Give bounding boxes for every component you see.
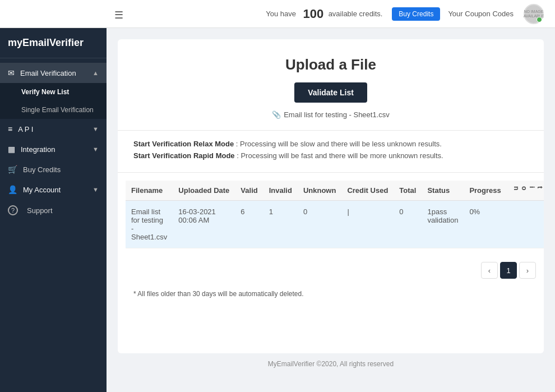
col-uploaded-date: Uploaded Date: [173, 181, 235, 201]
sidebar-item-api[interactable]: ≡ A P I ▼: [0, 119, 107, 139]
avatar-text: NO IMAGE AVAILABLE: [524, 10, 544, 18]
sidebar-item-support-label: Support: [27, 206, 53, 215]
sidebar-item-my-account[interactable]: 👤 My Account ▼: [0, 179, 107, 200]
chevron-down-icon-api: ▼: [92, 126, 99, 132]
sidebar-item-buy-credits[interactable]: 🛒 Buy Credits: [0, 159, 107, 179]
email-icon: ✉: [8, 68, 15, 77]
buy-credits-header-button[interactable]: Buy Credits: [392, 7, 440, 21]
integration-icon: ▦: [8, 145, 15, 154]
header: You have 100 available credits. Buy Cred…: [0, 0, 555, 28]
sidebar-sub-email-verification: Verify New List Single Email Verificatio…: [0, 83, 107, 119]
sidebar-item-api-label: A P I: [18, 125, 33, 133]
mode-info: Start Verification Relax Mode : Processi…: [118, 131, 544, 173]
cell-uploaded-date: 16-03-2021 00:06 AM: [173, 201, 235, 248]
verification-table: Filename Uploaded Date Valid Invalid Unk…: [126, 181, 544, 248]
cell-total: 0: [394, 201, 422, 248]
cell-progress: 0%: [464, 201, 506, 248]
current-page-button[interactable]: 1: [500, 262, 517, 279]
page-footer: MyEmailVerifier ©2020, All rights reserv…: [118, 353, 544, 375]
pagination: ‹ 1 ›: [118, 256, 544, 284]
chevron-down-icon-integration: ▼: [92, 146, 99, 153]
file-info: 📎 Email list for testing - Sheet1.csv: [129, 110, 533, 119]
credits-count: 100: [303, 7, 323, 21]
content-card: Upload a File Validate List 📎 Email list…: [118, 39, 544, 353]
cell-credit-used: |: [341, 201, 394, 248]
cell-invalid: 1: [263, 201, 298, 248]
sidebar-item-my-account-label: My Account: [23, 186, 61, 194]
sidebar: myEmailVerifier ✉ Email Verification ▲ V…: [0, 28, 107, 392]
sidebar-item-verify-new-list[interactable]: Verify New List: [0, 83, 107, 101]
sidebar-item-buy-credits-label: Buy Credits: [23, 165, 61, 174]
relax-mode-description: : Processing will be slow and there will…: [236, 140, 442, 148]
copyright-text: MyEmailVerifier ©2020, All rights reserv…: [268, 360, 394, 368]
col-action: Action: [507, 181, 544, 201]
chevron-down-icon: ▲: [92, 70, 99, 76]
relax-mode-label: Start Verification Relax Mode: [133, 140, 234, 148]
col-filename: Filename: [126, 181, 173, 201]
col-total: Total: [394, 181, 422, 201]
sidebar-item-support[interactable]: ? Support: [0, 200, 107, 221]
cell-valid: 6: [235, 201, 263, 248]
col-credit-used: Credit Used: [341, 181, 394, 201]
sidebar-item-integration-label: Integration: [21, 145, 55, 154]
cell-filename: Email list for testing - Sheet1.csv: [126, 201, 173, 248]
prev-page-button[interactable]: ‹: [481, 262, 498, 279]
api-icon: ≡: [8, 124, 12, 133]
attachment-icon: 📎: [272, 110, 281, 119]
sidebar-item-single-email-verification[interactable]: Single Email Verification: [0, 101, 107, 119]
file-name: Email list for testing - Sheet1.csv: [284, 110, 390, 119]
main-content: Upload a File Validate List 📎 Email list…: [107, 28, 555, 392]
rapid-mode-line: Start Verification Rapid Mode : Processi…: [133, 151, 528, 160]
upload-area: Upload a File Validate List 📎 Email list…: [118, 39, 544, 131]
validate-list-button[interactable]: Validate List: [294, 82, 367, 103]
table-section: Filename Uploaded Date Valid Invalid Unk…: [118, 173, 544, 256]
chevron-down-icon-account: ▼: [92, 186, 99, 193]
logo: myEmailVerifier: [8, 37, 99, 49]
table-row: Email list for testing - Sheet1.csv 16-0…: [126, 201, 544, 248]
cell-unknown: 0: [298, 201, 342, 248]
page-title: Upload a File: [129, 56, 533, 73]
credits-prefix: You have: [266, 10, 296, 18]
single-email-verification-label: Single Email Verification: [21, 106, 94, 114]
col-invalid: Invalid: [263, 181, 298, 201]
col-valid: Valid: [235, 181, 263, 201]
hamburger-icon: ☰: [114, 10, 123, 21]
cursor-icon: |: [347, 207, 349, 216]
table-scroll-container: Filename Uploaded Date Valid Invalid Unk…: [118, 173, 544, 256]
col-progress: Progress: [464, 181, 506, 201]
sidebar-item-integration[interactable]: ▦ Integration ▼: [0, 139, 107, 159]
cart-icon: 🛒: [8, 165, 17, 174]
online-indicator: [536, 17, 542, 22]
cell-action: [507, 201, 544, 248]
sidebar-item-email-verification[interactable]: ✉ Email Verification ▲: [0, 63, 107, 83]
rapid-mode-label: Start Verification Rapid Mode: [133, 151, 235, 160]
col-unknown: Unknown: [298, 181, 342, 201]
verify-new-list-label: Verify New List: [21, 88, 69, 96]
sidebar-item-email-verification-label: Email Verification: [20, 69, 76, 77]
next-page-button[interactable]: ›: [519, 262, 536, 279]
rapid-mode-description: : Processing will be fast and there will…: [237, 151, 443, 160]
col-status: Status: [422, 181, 464, 201]
sidebar-menu: ✉ Email Verification ▲ Verify New List S…: [0, 58, 107, 392]
account-icon: 👤: [8, 185, 17, 194]
logo-area: myEmailVerifier: [0, 28, 107, 58]
footer-note-text: * All files older than 30 days will be a…: [133, 290, 304, 298]
avatar[interactable]: NO IMAGE AVAILABLE: [524, 4, 544, 24]
coupon-codes-link[interactable]: Your Coupon Codes: [448, 10, 514, 18]
action-header-text: Action: [512, 186, 544, 192]
footer-note: * All files older than 30 days will be a…: [118, 284, 544, 306]
cell-status: 1pass validation: [422, 201, 464, 248]
relax-mode-line: Start Verification Relax Mode : Processi…: [133, 140, 528, 148]
hamburger-button[interactable]: ☰: [110, 7, 128, 24]
question-icon: ?: [8, 205, 18, 215]
credits-suffix: available credits.: [329, 10, 383, 18]
